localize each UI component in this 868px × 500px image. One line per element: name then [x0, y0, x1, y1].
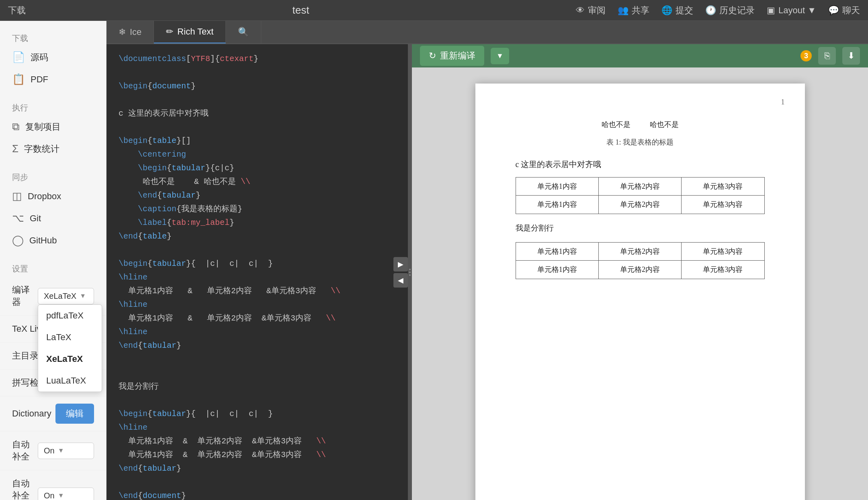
arrow-buttons: ▶ ◀	[393, 257, 408, 288]
dictionary-label: Dictionary	[12, 408, 55, 419]
top-bar: 下载 test 👁 审阅 👥 共享 🌐 提交 🕐 历史记录 ▣ Layout ▼…	[0, 0, 868, 21]
chat-icon: 💬	[828, 5, 839, 16]
arrow-left-button[interactable]: ◀	[393, 273, 408, 288]
sidebar-item-github[interactable]: ◯ GitHub	[0, 229, 106, 251]
chat-label: 聊天	[842, 4, 860, 16]
editor-line	[119, 66, 396, 80]
nav-chat[interactable]: 💬 聊天	[828, 4, 860, 16]
editor-line: \end{tabular}	[119, 339, 396, 353]
dictionary-edit-button[interactable]: 编辑	[55, 404, 94, 424]
editor-line: \documentclass[YTF8]{ctexart}	[119, 52, 396, 66]
editor-line: \end{tabular}	[119, 462, 396, 476]
pdf-icon: 📋	[12, 73, 25, 86]
sidebar-wordcount-label: 字数统计	[24, 143, 59, 155]
center-area: ❄ Ice ✏ Rich Text 🔍 \documentclass[YTF8]…	[106, 21, 868, 500]
table-cell: 哈也不是	[640, 116, 688, 133]
copy-preview-button[interactable]: ⎘	[818, 47, 836, 65]
editor-line: 哈也不是 & 哈也不是 \\	[119, 175, 396, 189]
autocomplete-row: 自动补全 On ▼	[0, 431, 106, 470]
editor-line: \begin{tabular}{c|c}	[119, 161, 396, 175]
editor-line	[119, 120, 396, 134]
preview-pane: ↻ 重新编译 ▼ 3 ⎘ ⬇ 1	[412, 44, 868, 500]
nav-share[interactable]: 👥 共享	[618, 4, 649, 16]
editor-line: \begin{table}[]	[119, 134, 396, 148]
source-icon: 📄	[12, 51, 25, 63]
nav-history[interactable]: 🕐 历史记录	[705, 4, 755, 16]
autobracket-value: On	[44, 491, 55, 500]
tab-source-label: Ice	[130, 27, 141, 37]
editor-line: 单元格1内容 & 单元格2内容 &单元格3内容 \\	[119, 312, 396, 325]
divider-dot	[409, 274, 411, 276]
history-icon: 🕐	[705, 5, 716, 16]
editor-line: 我是分割行	[119, 380, 396, 394]
preview-content: 1 哈也不是 哈也不是 表 1: 我是表格的标题	[412, 67, 868, 500]
table-cell: 单元格2内容	[598, 261, 681, 279]
table-cell: 单元格1内容	[516, 196, 598, 214]
divider-dot	[409, 269, 411, 270]
editor-content[interactable]: \documentclass[YTF8]{ctexart} \begin{doc…	[106, 44, 408, 500]
share-icon: 👥	[618, 5, 628, 16]
tab-source[interactable]: ❄ Ice	[106, 21, 154, 43]
editor-line	[119, 394, 396, 407]
share-label: 共享	[632, 4, 649, 16]
submit-label: 提交	[676, 4, 693, 16]
history-label: 历史记录	[719, 4, 755, 16]
editor-line	[119, 476, 396, 489]
nav-review[interactable]: 👁 审阅	[576, 4, 606, 16]
git-icon: ⌥	[12, 212, 24, 224]
editor-line	[119, 353, 396, 366]
editor-preview: \documentclass[YTF8]{ctexart} \begin{doc…	[106, 44, 868, 500]
download-preview-button[interactable]: ⬇	[842, 47, 860, 65]
table1: 哈也不是 哈也不是	[592, 116, 688, 133]
notification-badge: 3	[800, 50, 812, 61]
sidebar-item-source[interactable]: 📄 源码	[0, 46, 106, 68]
recompile-dropdown-button[interactable]: ▼	[491, 48, 509, 64]
submit-icon: 🌐	[661, 5, 672, 16]
nav-layout[interactable]: ▣ Layout ▼	[767, 5, 816, 16]
table-cell: 单元格3内容	[682, 196, 764, 214]
sidebar-github-label: GitHub	[29, 235, 57, 246]
compiler-option-latex[interactable]: LaTeX	[38, 327, 102, 348]
recompile-button[interactable]: ↻ 重新编译	[420, 46, 484, 66]
sidebar-item-dropbox[interactable]: ◫ Dropbox	[0, 185, 106, 207]
editor-line: \hline	[119, 271, 396, 284]
sidebar-item-wordcount[interactable]: Σ 字数统计	[0, 138, 106, 160]
pane-divider[interactable]	[408, 44, 412, 500]
arrow-right-button[interactable]: ▶	[393, 257, 408, 271]
divider-text: 我是分割行	[516, 221, 765, 235]
review-label: 审阅	[588, 4, 606, 16]
sidebar-item-pdf[interactable]: 📋 PDF	[0, 68, 106, 90]
table-cell: 单元格2内容	[598, 242, 681, 260]
nav-submit[interactable]: 🌐 提交	[661, 4, 693, 16]
autocomplete-select[interactable]: On ▼	[38, 443, 94, 459]
dictionary-row: Dictionary 编辑	[0, 396, 106, 431]
center-text: c 这里的表示居中对齐哦	[516, 157, 765, 171]
sidebar-source-label: 源码	[31, 51, 48, 63]
table-cell: 单元格3内容	[682, 261, 764, 279]
compiler-dropdown[interactable]: XeLaTeX ▼ pdfLaTeX LaTeX XeLaTeX LuaLaTe…	[38, 288, 94, 304]
main-layout: 下载 📄 源码 📋 PDF 执行 ⧉ 复制项目 Σ 字数统计 同步 ◫ Drop…	[0, 21, 868, 500]
table-row: 单元格1内容 单元格2内容 单元格3内容	[516, 261, 764, 279]
autobracket-arrow-icon: ▼	[58, 492, 64, 499]
editor-line: \begin{tabular}{ |c| c| c| }	[119, 257, 396, 271]
autobracket-select[interactable]: On ▼	[38, 488, 94, 500]
tab-richtext[interactable]: ✏ Rich Text	[154, 21, 226, 43]
editor-line: \hline	[119, 325, 396, 339]
sidebar-item-git[interactable]: ⌥ Git	[0, 207, 106, 229]
editor-line: \centering	[119, 148, 396, 161]
compiler-select[interactable]: XeLaTeX ▼	[38, 288, 94, 304]
table-cell: 单元格1内容	[516, 261, 598, 279]
sidebar-item-copy[interactable]: ⧉ 复制项目	[0, 116, 106, 138]
compiler-option-pdflatex[interactable]: pdfLaTeX	[38, 305, 102, 327]
compiler-option-xelatex[interactable]: XeLaTeX	[38, 348, 102, 370]
top-bar-left-title: 下载	[8, 4, 26, 16]
table-row: 单元格1内容 单元格2内容 单元格3内容	[516, 177, 764, 195]
editor-line: \begin{tabular}{ |c| c| c| }	[119, 407, 396, 421]
compiler-arrow-icon: ▼	[80, 292, 86, 300]
autocomplete-arrow-icon: ▼	[58, 447, 64, 454]
editor-pane: \documentclass[YTF8]{ctexart} \begin{doc…	[106, 44, 408, 500]
tab-search[interactable]: 🔍	[226, 21, 261, 43]
compiler-option-lualatex[interactable]: LuaLaTeX	[38, 370, 102, 392]
table1-caption: 表 1: 我是表格的标题	[516, 136, 765, 149]
editor-line: \end{tabular}	[119, 189, 396, 202]
